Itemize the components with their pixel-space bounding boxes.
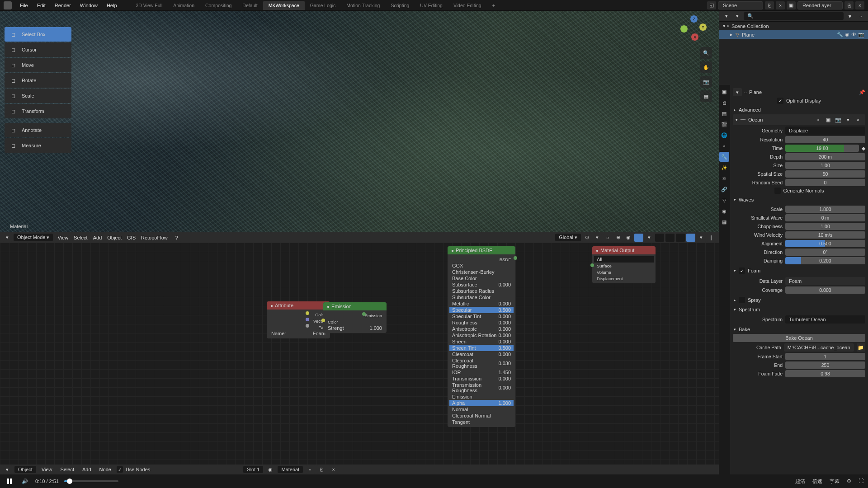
viewport-menu-item[interactable]: GIS (124, 235, 138, 240)
overlay-toggle-icon[interactable]: ◉ (624, 234, 633, 242)
resolution-field[interactable]: 40 (785, 136, 865, 143)
menu-file[interactable]: File (15, 3, 33, 8)
camera-icon[interactable]: 📷 (700, 76, 712, 88)
spectrum-select[interactable]: Turbulent Ocean (785, 315, 865, 324)
tab-constraints[interactable]: 🔗 (719, 184, 729, 194)
menu-add[interactable]: Add (80, 467, 94, 472)
tab-particles[interactable]: ✨ (719, 163, 729, 173)
damping-field[interactable]: 0.200 (785, 257, 865, 264)
expand-icon[interactable]: ▾ (844, 116, 853, 124)
bsdf-input-row[interactable]: Roughness0.000 (449, 319, 514, 326)
bsdf-input-row[interactable]: Base Color (449, 275, 514, 282)
scene-delete-icon[interactable]: × (776, 1, 785, 9)
menu-view[interactable]: View (39, 467, 55, 472)
alignment-field[interactable]: 0.500 (785, 240, 865, 247)
bsdf-input-row[interactable]: Clearcoat Normal (449, 413, 514, 419)
viewlayer-icon[interactable]: ▣ (787, 1, 796, 9)
workspace-tab[interactable]: Video Editing (448, 1, 487, 10)
bsdf-input-row[interactable]: Tangent (449, 419, 514, 425)
bsdf-input-row[interactable]: Transmission Roughness0.000 (449, 382, 514, 394)
editor-type-icon[interactable]: ▾ (3, 465, 12, 474)
axis-y[interactable] (680, 25, 688, 33)
gizmo-toggle-icon[interactable]: ⊕ (613, 234, 623, 242)
menu-node[interactable]: Node (97, 467, 114, 472)
material-icon[interactable]: ◉ (266, 465, 275, 474)
random-seed-field[interactable]: 0 (785, 179, 865, 186)
bsdf-input-row[interactable]: Clearcoat Roughness0.030 (449, 357, 514, 369)
speed-button[interactable]: 倍速 (812, 478, 822, 485)
tool-transform[interactable]: ◻Transform (5, 104, 71, 118)
tool-cursor[interactable]: ◻Cursor (5, 42, 71, 57)
workspace-tab[interactable]: Compositing (200, 1, 237, 10)
bsdf-input-row[interactable]: Sheen0.000 (449, 338, 514, 345)
wave-scale-field[interactable]: 1.800 (785, 206, 865, 213)
shading-dropdown-icon[interactable]: ▾ (645, 234, 654, 242)
viewlayer-delete-icon[interactable]: × (855, 1, 864, 9)
fullscreen-icon[interactable]: ⛶ (859, 478, 863, 485)
quality-button[interactable]: 超清 (795, 478, 805, 485)
editor-type-icon[interactable]: ▾ (3, 234, 12, 242)
menu-select[interactable]: Select (57, 467, 77, 472)
outliner[interactable]: ▾ ▫ Scene Collection ▸ ▽ Plane 🔧 ◉ 👁 📷 (719, 22, 868, 85)
size-field[interactable]: 1.00 (785, 162, 865, 169)
use-nodes-checkbox[interactable] (117, 466, 123, 473)
bsdf-input-row[interactable]: Anisotropic Rotation0.000 (449, 332, 514, 338)
menu-edit[interactable]: Edit (33, 3, 50, 8)
section-advanced[interactable]: ▸Advanced (733, 105, 865, 114)
attr-name-field[interactable]: Name: Foam (269, 330, 328, 337)
axis-y2[interactable]: Y (699, 23, 707, 31)
menu-window[interactable]: Window (75, 3, 102, 8)
scene-icon[interactable]: ◱ (707, 1, 716, 9)
spray-enable-checkbox[interactable] (739, 297, 745, 303)
menu-help[interactable]: Help (102, 3, 122, 8)
viewport-menu-item[interactable]: Select (71, 235, 90, 240)
menu-render[interactable]: Render (50, 3, 75, 8)
zoom-icon[interactable]: 🔍 (700, 47, 712, 59)
workspace-tab[interactable]: Scripting (385, 1, 415, 10)
geometry-select[interactable]: Displace (785, 127, 865, 135)
workspace-tab[interactable]: Animation (168, 1, 200, 10)
choppiness-field[interactable]: 1.00 (785, 223, 865, 230)
outliner-search-input[interactable]: 🔍 (744, 12, 844, 20)
tool-ruler[interactable]: ◻Measure (5, 138, 71, 153)
tool-pen[interactable]: ◻Annotate (5, 123, 71, 137)
settings-icon[interactable]: ⚙ (847, 478, 851, 485)
nav-gizmo[interactable]: Z Y X (680, 15, 708, 42)
add-workspace-button[interactable]: + (487, 1, 500, 10)
viewlayer-selector[interactable]: RenderLayer (797, 1, 843, 9)
pin-icon[interactable]: 📌 (859, 89, 865, 95)
bsdf-input-row[interactable]: Subsurface Radius (449, 288, 514, 294)
modifier-icon[interactable]: 🔧 (837, 32, 843, 38)
bsdf-input-row[interactable]: Normal (449, 406, 514, 413)
direction-field[interactable]: 0° (785, 249, 865, 256)
node-emission[interactable]: ● Emission Emission Color Strengt 1.000 (323, 302, 387, 333)
tool-select[interactable]: ◻Select Box (5, 27, 71, 42)
browse-folder-icon[interactable]: 📁 (857, 343, 865, 352)
frame-start-field[interactable]: 1 (785, 353, 865, 360)
scene-selector[interactable]: Scene (718, 1, 763, 9)
spatial-size-field[interactable]: 50 (785, 170, 865, 178)
node-attribute[interactable]: ● Attribute Color Vector Fac Name: Foam (267, 301, 330, 338)
pause-button[interactable] (5, 476, 14, 486)
scene-collection-row[interactable]: ▾ ▫ Scene Collection (719, 22, 868, 30)
wireframe-shading-icon[interactable] (655, 234, 664, 242)
node-material-output[interactable]: ● Material Output All Surface Volume Dis… (592, 246, 656, 283)
shading-options-icon[interactable]: ▾ (697, 234, 706, 242)
optimal-display-checkbox[interactable] (777, 98, 783, 104)
volume-button[interactable]: 🔊 (20, 476, 30, 486)
filter-icon[interactable]: ▼ (845, 12, 854, 20)
workspace-tab[interactable]: Game Logic (305, 1, 341, 10)
display-mode-icon[interactable]: ▾ (733, 12, 742, 20)
bake-ocean-button[interactable]: Bake Ocean (733, 334, 865, 342)
target-selector[interactable]: All (594, 256, 654, 263)
data-layer-field[interactable]: Foam (785, 277, 865, 285)
node-editor[interactable]: ● Attribute Color Vector Fac Name: Foam … (0, 243, 719, 474)
progress-bar[interactable] (64, 480, 118, 482)
time-field[interactable]: 19.80 (785, 145, 859, 152)
section-spectrum[interactable]: ▾Spectrum (733, 305, 865, 314)
tab-physics[interactable]: ⚛ (719, 174, 729, 183)
slot-selector[interactable]: Slot 1 (243, 466, 263, 473)
proportional-icon[interactable]: ○ (603, 234, 612, 242)
material-selector[interactable]: Material (278, 466, 302, 473)
viewport-menu-item[interactable]: Object (104, 235, 124, 240)
